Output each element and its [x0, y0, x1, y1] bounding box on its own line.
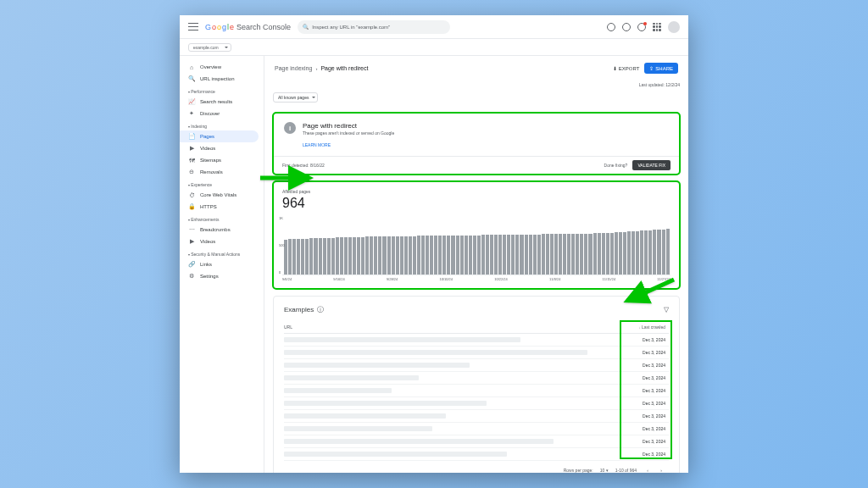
- app-window: Google Search Console 🔍 Inspect any URL …: [180, 15, 688, 473]
- product-logo: Google Search Console: [205, 23, 291, 31]
- prev-page-button[interactable]: ‹: [643, 466, 652, 473]
- pagination-range: 1-10 of 964: [615, 468, 637, 473]
- export-button[interactable]: ⬇EXPORT: [613, 65, 640, 71]
- sidebar-section-performance[interactable]: Performance: [180, 85, 264, 96]
- table-row[interactable]: Dec 3, 2024: [284, 423, 669, 435]
- account-switch-icon[interactable]: [622, 23, 631, 31]
- pages-icon: 📄: [188, 133, 195, 140]
- column-last-crawled[interactable]: ↓ Last crawled: [621, 324, 669, 330]
- sidebar-section-security[interactable]: Security & Manual Actions: [180, 247, 264, 258]
- breadcrumb: Page indexing › Page with redirect ⬇EXPO…: [273, 56, 680, 80]
- chart-label: Affected pages: [282, 189, 670, 194]
- cell-last-crawled: Dec 3, 2024: [621, 401, 669, 406]
- rows-per-page-select[interactable]: 10 ▾: [600, 468, 609, 473]
- sidebar-item-settings[interactable]: ⚙Settings: [180, 270, 264, 282]
- sidebar-item-links[interactable]: 🔗Links: [180, 258, 264, 270]
- chevron-right-icon: ›: [315, 66, 317, 71]
- column-url[interactable]: URL: [284, 324, 621, 330]
- apps-icon[interactable]: [653, 23, 661, 31]
- sidebar-item-pages[interactable]: 📄Pages: [180, 130, 259, 142]
- share-icon: ⇪: [649, 65, 654, 71]
- cell-last-crawled: Dec 3, 2024: [621, 426, 669, 431]
- search-input[interactable]: 🔍 Inspect any URL in "example.com": [298, 20, 450, 34]
- download-icon: ⬇: [613, 65, 617, 71]
- sidebar-item-discover[interactable]: ✦Discover: [180, 108, 264, 119]
- sidebar-item-removals[interactable]: ⊖Removals: [180, 166, 264, 178]
- share-button[interactable]: ⇪SHARE: [644, 63, 678, 74]
- sidebar-item-videos2[interactable]: ▶Videos: [180, 236, 264, 247]
- help-circle-icon[interactable]: ⓘ: [317, 305, 324, 314]
- table-row[interactable]: Dec 3, 2024: [284, 410, 669, 423]
- table-row[interactable]: Dec 3, 2024: [284, 435, 669, 448]
- examples-card: Examples ⓘ ▽ URL ↓ Last crawled Dec 3, 2…: [273, 296, 680, 473]
- property-selector[interactable]: example.com: [188, 43, 231, 52]
- minus-icon: ⊖: [188, 169, 195, 175]
- breadcrumb-icon: ⋯: [188, 226, 195, 233]
- table-row[interactable]: Dec 3, 2024: [284, 347, 669, 359]
- affected-pages-chart: Affected pages 964 1K5000 9/6/249/16/249…: [273, 181, 680, 289]
- examples-title: Examples: [284, 306, 314, 313]
- sidebar-item-overview[interactable]: ⌂Overview: [180, 61, 264, 73]
- cell-last-crawled: Dec 3, 2024: [621, 388, 669, 393]
- gear-icon: ⚙: [188, 273, 195, 280]
- done-fixing-label: Done fixing?: [604, 163, 628, 168]
- sidebar-item-https[interactable]: 🔒HTTPS: [180, 201, 264, 213]
- help-icon[interactable]: [607, 23, 615, 31]
- sidebar-item-cwv[interactable]: ⏱Core Web Vitals: [180, 189, 264, 201]
- breadcrumb-current: Page with redirect: [320, 65, 368, 71]
- cell-last-crawled: Dec 3, 2024: [621, 363, 669, 368]
- validate-fix-button[interactable]: VALIDATE FIX: [632, 160, 670, 170]
- property-bar: example.com: [180, 39, 688, 56]
- table-row[interactable]: Dec 3, 2024: [284, 385, 669, 397]
- avatar[interactable]: [668, 21, 680, 33]
- info-icon: i: [284, 122, 296, 134]
- sidebar-section-enhancements[interactable]: Enhancements: [180, 213, 264, 224]
- filter-dropdown[interactable]: All known pages: [273, 92, 318, 103]
- lock-icon: 🔒: [188, 203, 195, 210]
- first-detected: First detected: 8/16/22: [282, 163, 325, 168]
- notifications-icon[interactable]: [637, 23, 646, 31]
- video-icon: ▶: [188, 145, 195, 152]
- inspect-icon: 🔍: [188, 75, 195, 82]
- sidebar-section-indexing[interactable]: Indexing: [180, 119, 264, 130]
- table-row[interactable]: Dec 3, 2024: [284, 448, 669, 461]
- chart-value: 964: [282, 196, 670, 211]
- issue-subtitle: These pages aren't indexed or served on …: [303, 130, 394, 136]
- last-updated: Last updated: 12/2/24: [273, 80, 680, 89]
- learn-more-link[interactable]: LEARN MORE: [303, 142, 669, 147]
- sidebar-item-sitemaps[interactable]: 🗺Sitemaps: [180, 154, 264, 166]
- chart-x-axis: 9/6/249/16/249/28/2410/10/2410/22/2411/3…: [282, 275, 670, 281]
- top-bar: Google Search Console 🔍 Inspect any URL …: [180, 15, 688, 39]
- hamburger-icon[interactable]: [188, 22, 198, 32]
- sidebar-item-breadcrumbs[interactable]: ⋯Breadcrumbs: [180, 224, 264, 236]
- search-icon: 🔍: [303, 24, 309, 30]
- cell-last-crawled: Dec 3, 2024: [621, 413, 669, 419]
- sidebar: ⌂Overview 🔍URL inspection Performance 📈S…: [180, 56, 264, 473]
- table-row[interactable]: Dec 3, 2024: [284, 372, 669, 385]
- cell-last-crawled: Dec 3, 2024: [621, 337, 669, 342]
- speed-icon: ⏱: [188, 191, 195, 198]
- sidebar-item-url-inspection[interactable]: 🔍URL inspection: [180, 73, 264, 85]
- main-content: Page indexing › Page with redirect ⬇EXPO…: [264, 56, 688, 473]
- chart-icon: 📈: [188, 98, 195, 105]
- filter-icon[interactable]: ▽: [664, 306, 669, 313]
- discover-icon: ✦: [188, 110, 195, 117]
- cell-last-crawled: Dec 3, 2024: [621, 439, 669, 444]
- chart-bars: 1K5000: [282, 216, 670, 275]
- issue-title: Page with redirect: [303, 122, 394, 130]
- home-icon: ⌂: [188, 64, 195, 70]
- cell-last-crawled: Dec 3, 2024: [621, 452, 669, 457]
- sidebar-item-search-results[interactable]: 📈Search results: [180, 96, 264, 108]
- breadcrumb-root[interactable]: Page indexing: [275, 65, 312, 71]
- next-page-button[interactable]: ›: [657, 466, 665, 473]
- table-row[interactable]: Dec 3, 2024: [284, 334, 669, 347]
- table-row[interactable]: Dec 3, 2024: [284, 359, 669, 372]
- issue-card: i Page with redirect These pages aren't …: [273, 113, 680, 175]
- table-footer: Rows per page: 10 ▾ 1-10 of 964 ‹ ›: [284, 461, 669, 473]
- sitemap-icon: 🗺: [188, 157, 195, 164]
- sidebar-section-experience[interactable]: Experience: [180, 178, 264, 189]
- table-row[interactable]: Dec 3, 2024: [284, 397, 669, 410]
- sidebar-item-videos[interactable]: ▶Videos: [180, 142, 264, 154]
- link-icon: 🔗: [188, 261, 195, 268]
- video-icon: ▶: [188, 238, 195, 245]
